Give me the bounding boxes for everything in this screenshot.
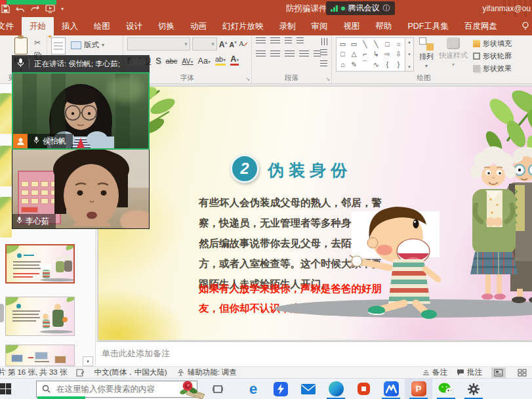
- video-participant-2[interactable]: 李心茹: [12, 150, 150, 229]
- align-left-icon[interactable]: [256, 51, 266, 58]
- shape-textbox[interactable]: ▭: [340, 40, 346, 48]
- align-center-icon[interactable]: [270, 51, 280, 58]
- shape-arrow-line[interactable]: ╲: [374, 40, 378, 48]
- increase-indent-icon[interactable]: [297, 37, 304, 45]
- align-text-icon[interactable]: [320, 49, 327, 56]
- shape-curve[interactable]: ∿: [373, 60, 379, 68]
- start-from-beginning-icon[interactable]: [45, 5, 55, 13]
- taskbar-powerpoint-active[interactable]: P: [405, 379, 432, 399]
- arrange-button[interactable]: 排列 ▾: [419, 37, 434, 74]
- shape-right-arrow[interactable]: ⇨: [384, 50, 390, 58]
- tab-animations[interactable]: 动画: [182, 17, 215, 35]
- accessibility-status[interactable]: 辅助功能: 调查: [176, 368, 237, 377]
- shape-oval[interactable]: ○: [396, 40, 400, 48]
- font-dialog-launcher[interactable]: ↘: [245, 76, 250, 82]
- shape-down-arrow[interactable]: ⇩: [396, 50, 401, 58]
- taskbar-wechat[interactable]: [432, 379, 460, 399]
- comments-toggle-button[interactable]: 批注: [457, 368, 482, 377]
- shapes-gallery-scrollbar[interactable]: ▴ ▾ ▾: [405, 37, 414, 72]
- tab-view[interactable]: 视图: [336, 17, 368, 35]
- shape-rounded-rectangle[interactable]: □: [340, 50, 344, 58]
- shape-line[interactable]: ╲: [363, 40, 367, 48]
- taskbar-search[interactable]: [36, 381, 197, 398]
- taskbar-edge[interactable]: [322, 379, 350, 399]
- shapes-more-icon[interactable]: ▾: [408, 64, 411, 70]
- redo-icon[interactable]: [31, 5, 39, 13]
- speaking-indicator-bar[interactable]: 正在讲话: 侯怡帆; 李心茹;: [12, 55, 150, 72]
- decrease-indent-icon[interactable]: [285, 37, 292, 45]
- tab-record[interactable]: 录制: [272, 17, 304, 35]
- video-participant-1[interactable]: 侯怡帆: [12, 72, 150, 150]
- tab-insert[interactable]: 插入: [54, 17, 86, 35]
- slide-title[interactable]: 伪装身份: [268, 159, 352, 181]
- tab-help[interactable]: 帮助: [368, 17, 400, 35]
- shapes-scroll-down-icon[interactable]: ▾: [408, 52, 411, 57]
- layout-button[interactable]: 版式 ▾: [71, 40, 104, 50]
- shape-freeform[interactable]: ⌂: [340, 60, 344, 68]
- taskbar-office[interactable]: [350, 379, 377, 399]
- grow-font-button[interactable]: A▴: [219, 39, 228, 49]
- text-shadow-button[interactable]: S: [155, 56, 161, 66]
- shape-scribble[interactable]: ✎: [351, 60, 357, 68]
- align-right-icon[interactable]: [285, 51, 295, 58]
- notes-pane[interactable]: 单击此处添加备注: [96, 341, 532, 366]
- panel-collapse-handle[interactable]: [0, 304, 4, 322]
- rose-search-highlight[interactable]: [178, 380, 207, 399]
- thumbnail-slide-18[interactable]: [5, 345, 75, 366]
- highlight-color-button[interactable]: ab▾: [215, 56, 226, 66]
- shapes-scroll-up-icon[interactable]: ▴: [408, 39, 411, 45]
- search-input[interactable]: [55, 384, 192, 394]
- notes-toggle-button[interactable]: 备注: [422, 368, 447, 377]
- justify-icon[interactable]: [299, 51, 309, 58]
- tab-draw[interactable]: 绘图: [86, 17, 118, 35]
- shapes-gallery[interactable]: ▭ ▭ ╲ ╲ □ ○ □ △ ⌐ ↳ ⇨ ⇩ ⌂ ✎ ⌒ ∿ {: [336, 37, 405, 72]
- undo-icon[interactable]: [16, 5, 25, 13]
- character-spacing-button[interactable]: AV▾: [182, 57, 193, 65]
- tab-transitions[interactable]: 切换: [150, 17, 182, 35]
- shape-left-brace[interactable]: {: [386, 60, 389, 68]
- taskbar-settings[interactable]: [460, 379, 487, 399]
- taskbar-tencent-meeting[interactable]: [377, 379, 405, 399]
- start-button[interactable]: [0, 379, 14, 399]
- language-status[interactable]: 中文(简体，中国大陆): [94, 368, 167, 377]
- tab-pdf-tools[interactable]: PDF工具集: [400, 17, 457, 35]
- thumbnail-partial-14[interactable]: [0, 146, 12, 186]
- thumbnail-slide-17[interactable]: [5, 297, 75, 336]
- shape-arc[interactable]: ⌒: [361, 60, 369, 69]
- font-size-combo[interactable]: ▾: [192, 37, 217, 51]
- shape-vertical-textbox[interactable]: ▭: [351, 40, 358, 48]
- numbering-icon[interactable]: [270, 37, 280, 45]
- taskbar-mail[interactable]: [295, 379, 322, 399]
- account-email[interactable]: yifanmax@ou: [482, 4, 531, 13]
- change-case-button[interactable]: Aa▾: [198, 56, 211, 66]
- notes-display-icon[interactable]: [76, 369, 85, 377]
- cartoon-characters[interactable]: [348, 139, 532, 323]
- tab-review[interactable]: 审阅: [304, 17, 336, 35]
- shape-elbow-arrow[interactable]: ↳: [373, 50, 379, 58]
- taskbar-lightning-app[interactable]: [267, 379, 295, 399]
- thumbnail-slide-16-selected[interactable]: [5, 244, 75, 284]
- shape-rectangle[interactable]: □: [385, 40, 389, 48]
- font-name-combo[interactable]: ▾: [127, 37, 190, 51]
- tab-design[interactable]: 设计: [118, 17, 150, 35]
- tab-slideshow[interactable]: 幻灯片放映: [215, 17, 272, 35]
- paragraph-dialog-launcher[interactable]: ↘: [325, 76, 330, 82]
- tab-baidu-netdisk[interactable]: 百度网盘: [457, 17, 505, 35]
- slide-counter[interactable]: 幻灯片 第 16 张, 共 33 张: [0, 368, 67, 377]
- shape-elbow[interactable]: ⌐: [363, 50, 367, 58]
- meeting-badge[interactable]: 腾讯会议 ⓘ: [326, 1, 395, 15]
- clear-formatting-button[interactable]: A: [239, 39, 247, 49]
- slide-canvas[interactable]: 2 伪装身份 有些坏人会伪装成父母的熟人，邻居，警 察，快递员，无业管理者等多种…: [98, 87, 532, 340]
- convert-smartart-icon[interactable]: [320, 60, 327, 68]
- notes-placeholder[interactable]: 单击此处添加备注: [102, 348, 170, 360]
- shape-effects-button[interactable]: 形状效果: [473, 64, 512, 74]
- tab-home[interactable]: 开始: [22, 17, 54, 35]
- taskbar-internet-explorer[interactable]: e: [239, 379, 267, 399]
- thumbnail-partial-15[interactable]: [0, 197, 12, 238]
- cut-icon[interactable]: ✂: [34, 38, 41, 47]
- shape-triangle[interactable]: △: [351, 50, 356, 58]
- save-icon[interactable]: [1, 5, 10, 13]
- font-color-button[interactable]: A▾: [230, 56, 239, 66]
- shape-right-brace[interactable]: }: [398, 60, 400, 68]
- quick-styles-button[interactable]: 快速样式 ▾: [439, 37, 468, 74]
